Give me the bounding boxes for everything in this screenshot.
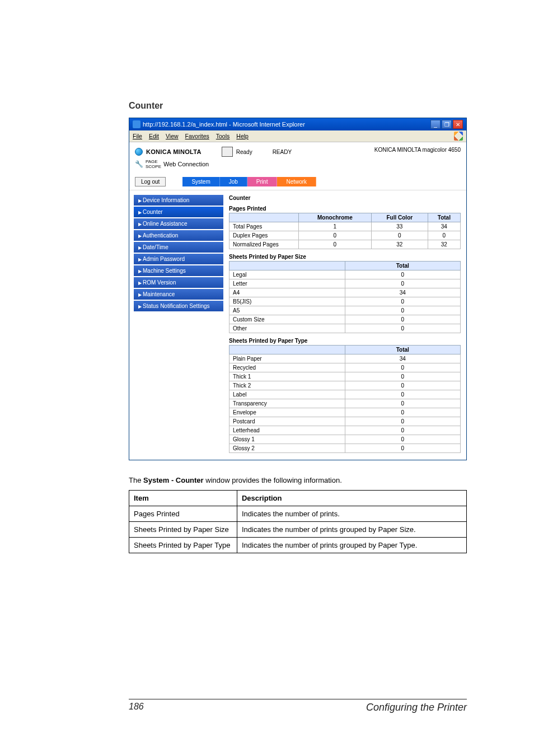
- col-total: Total: [345, 346, 461, 354]
- tab-job[interactable]: Job: [220, 177, 247, 186]
- sidebar-item-rom-version[interactable]: ▶ROM Version: [134, 277, 223, 288]
- page-footer: 186 Configuring the Printer: [129, 699, 467, 713]
- tab-system[interactable]: System: [182, 177, 219, 186]
- col-total: Total: [428, 213, 460, 222]
- table-row: Sheets Printed by Paper SizeIndicates th…: [129, 522, 467, 538]
- table-row: Duplex Pages000: [229, 231, 461, 240]
- menu-view[interactable]: View: [166, 133, 179, 139]
- table-row: Postcard0: [229, 417, 461, 426]
- printer-icon: [222, 147, 233, 157]
- window-titlebar: http://192.168.1.2/a_index.html - Micros…: [129, 118, 466, 130]
- model-name: KONICA MINOLTA magicolor 4650: [374, 147, 461, 153]
- footer-title: Configuring the Printer: [366, 702, 467, 713]
- table-row: Recycled0: [229, 363, 461, 372]
- status-value: READY: [273, 149, 292, 155]
- menu-bar: File Edit View Favorites Tools Help: [129, 130, 466, 142]
- tab-network[interactable]: Network: [277, 177, 316, 186]
- sidebar-item-status-notification-settings[interactable]: ▶Status Notification Settings: [134, 301, 223, 311]
- explain-table: Item Description Pages PrintedIndicates …: [129, 490, 467, 553]
- sidebar-item-device-information[interactable]: ▶Device Information: [134, 195, 223, 206]
- minimize-button[interactable]: _: [430, 120, 441, 129]
- close-button[interactable]: ✕: [453, 120, 463, 129]
- sidebar-item-date-time[interactable]: ▶Date/Time: [134, 242, 223, 253]
- sidebar-item-machine-settings[interactable]: ▶Machine Settings: [134, 265, 223, 276]
- menu-file[interactable]: File: [133, 133, 142, 139]
- sidebar-item-admin-password[interactable]: ▶Admin Password: [134, 254, 223, 264]
- status-label: Ready: [236, 149, 252, 155]
- table-row: Transparency0: [229, 399, 461, 408]
- table-row: A434: [229, 288, 461, 297]
- menu-edit[interactable]: Edit: [149, 133, 159, 139]
- logout-button[interactable]: Log out: [135, 177, 166, 186]
- caption-text: The System - Counter window provides the…: [129, 476, 467, 484]
- pages-printed-table: Monochrome Full Color Total Total Pages1…: [229, 213, 461, 249]
- main-content: Counter Pages Printed Monochrome Full Co…: [227, 190, 466, 460]
- table-row: Thick 10: [229, 372, 461, 381]
- ie-icon: [133, 120, 140, 128]
- table-row: Letter0: [229, 279, 461, 288]
- brand-logo-icon: [135, 148, 143, 156]
- table-row: Thick 20: [229, 381, 461, 390]
- sidebar-item-maintenance[interactable]: ▶Maintenance: [134, 289, 223, 300]
- by-size-heading: Sheets Printed by Paper Size: [229, 254, 461, 260]
- by-size-table: Total Legal0 Letter0 A434 B5(JIS)0 A50 C…: [229, 261, 461, 333]
- by-type-table: Total Plain Paper34 Recycled0 Thick 10 T…: [229, 345, 461, 453]
- page-section-title: Counter: [129, 101, 467, 111]
- table-row: Custom Size0: [229, 315, 461, 324]
- table-row: A50: [229, 306, 461, 315]
- sidebar: ▶Device Information ▶Counter ▶Online Ass…: [134, 195, 223, 455]
- table-row: Letterhead0: [229, 426, 461, 435]
- table-row: Envelope0: [229, 408, 461, 417]
- table-row: Glossy 20: [229, 444, 461, 453]
- table-row: Total Pages13334: [229, 222, 461, 231]
- web-connection-label: Web Connection: [163, 161, 209, 167]
- col-monochrome: Monochrome: [298, 213, 371, 222]
- table-row: Other0: [229, 324, 461, 333]
- sidebar-item-online-assistance[interactable]: ▶Online Assistance: [134, 218, 223, 229]
- browser-window: http://192.168.1.2/a_index.html - Micros…: [129, 118, 467, 460]
- col-full-color: Full Color: [371, 213, 428, 222]
- sidebar-item-counter[interactable]: ▶Counter: [134, 207, 223, 217]
- brand-name: KONICA MINOLTA: [146, 148, 202, 155]
- table-row: Pages PrintedIndicates the number of pri…: [129, 506, 467, 522]
- pages-printed-heading: Pages Printed: [229, 206, 461, 212]
- maximize-button[interactable]: ❐: [442, 120, 452, 129]
- table-row: Sheets Printed by Paper TypeIndicates th…: [129, 538, 467, 553]
- table-row: Legal0: [229, 270, 461, 279]
- table-row: Label0: [229, 390, 461, 399]
- menu-favorites[interactable]: Favorites: [185, 133, 209, 139]
- by-type-heading: Sheets Printed by Paper Type: [229, 338, 461, 344]
- window-title: http://192.168.1.2/a_index.html - Micros…: [143, 121, 305, 128]
- table-row: Plain Paper34: [229, 354, 461, 363]
- explain-header-item: Item: [129, 491, 237, 506]
- sidebar-item-authentication[interactable]: ▶Authentication: [134, 230, 223, 241]
- menu-tools[interactable]: Tools: [216, 133, 230, 139]
- table-row: Normalized Pages03232: [229, 240, 461, 249]
- menu-help[interactable]: Help: [236, 133, 249, 139]
- windows-logo-icon: [454, 132, 463, 141]
- panel-title: Counter: [229, 195, 461, 201]
- tab-print[interactable]: Print: [247, 177, 278, 186]
- col-total: Total: [345, 262, 461, 270]
- table-row: Glossy 10: [229, 435, 461, 444]
- pagescope-icon: 🔧: [135, 160, 143, 168]
- table-row: B5(JIS)0: [229, 297, 461, 306]
- explain-header-description: Description: [237, 491, 466, 506]
- page-number: 186: [129, 702, 144, 713]
